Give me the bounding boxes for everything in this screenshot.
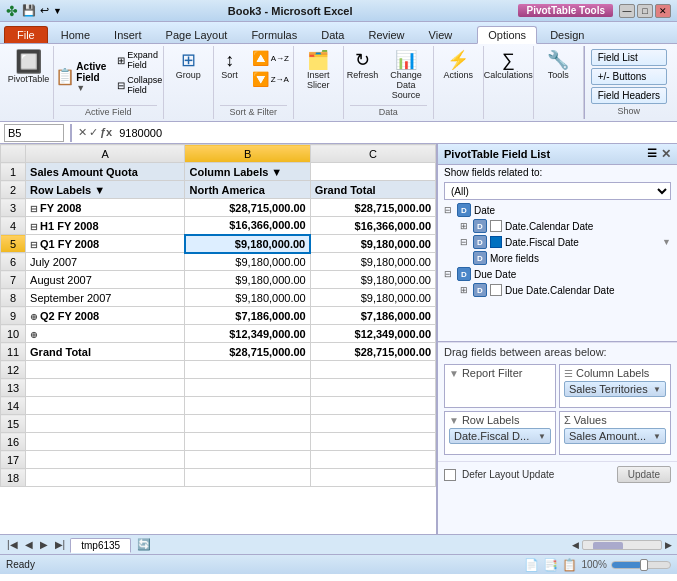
cell-b3[interactable]: $28,715,000.00 [185,199,310,217]
group-button[interactable]: ⊞ Group [171,48,206,83]
cell-a8[interactable]: September 2007 [26,289,185,307]
area-row-labels[interactable]: ▼ Row Labels Date.Fiscal D... ▼ [444,411,556,455]
cell-a9[interactable]: ⊕Q2 FY 2008 [26,307,185,325]
cell-c5[interactable]: $9,180,000.00 [310,235,435,253]
quick-access-dropdown[interactable]: ▼ [53,6,62,16]
cell-a13[interactable] [26,379,185,397]
change-data-source-button[interactable]: 📊 Change DataSource [381,48,431,103]
sheet-tab-add[interactable]: 🔄 [137,538,151,551]
area-column-labels[interactable]: ☰ Column Labels Sales Territories ▼ [559,364,671,408]
cell-b8[interactable]: $9,180,000.00 [185,289,310,307]
tab-home[interactable]: Home [50,26,101,43]
due-calendar-checkbox[interactable] [490,284,502,296]
cell-c14[interactable] [310,397,435,415]
date-expand-icon[interactable]: ⊟ [444,205,454,215]
cell-b15[interactable] [185,415,310,433]
active-field-dropdown-arrow[interactable]: ▼ [76,83,85,93]
cell-a17[interactable] [26,451,185,469]
cell-b17[interactable] [185,451,310,469]
tab-insert[interactable]: Insert [103,26,153,43]
cell-b2[interactable]: North America [185,181,310,199]
cell-c12[interactable] [310,361,435,379]
cell-a10[interactable]: ⊕ [26,325,185,343]
cell-c17[interactable] [310,451,435,469]
sheet-tab-tmp6135[interactable]: tmp6135 [70,538,131,553]
tab-view[interactable]: View [418,26,464,43]
cell-a14[interactable] [26,397,185,415]
field-item-fiscal-date[interactable]: ⊟ D Date.Fiscal Date ▼ [438,234,677,250]
expand-9[interactable]: ⊕ [30,312,38,322]
quick-access-save[interactable]: 💾 [22,4,36,17]
cell-a7[interactable]: August 2007 [26,271,185,289]
sheet-nav-last[interactable]: ▶| [52,539,69,550]
cell-a4[interactable]: ⊟H1 FY 2008 [26,217,185,235]
cell-b12[interactable] [185,361,310,379]
cell-c18[interactable] [310,469,435,487]
show-fields-dropdown[interactable]: (All) [444,182,671,200]
field-item-due-calendar[interactable]: ⊞ D Due Date.Calendar Date [438,282,677,298]
tab-formulas[interactable]: Formulas [240,26,308,43]
field-item-calendar-date[interactable]: ⊞ D Date.Calendar Date [438,218,677,234]
row-labels-chip[interactable]: Date.Fiscal D... ▼ [449,428,551,444]
expand-3[interactable]: ⊟ [30,204,38,214]
expand-4[interactable]: ⊟ [30,222,38,232]
cell-b9[interactable]: $7,186,000.00 [185,307,310,325]
cell-b11[interactable]: $28,715,000.00 [185,343,310,361]
cell-a16[interactable] [26,433,185,451]
view-page-break-icon[interactable]: 📋 [562,558,577,572]
close-button[interactable]: ✕ [655,4,671,18]
due-date-expand-icon[interactable]: ⊟ [444,269,454,279]
tools-button[interactable]: 🔧 Tools [542,48,574,83]
values-chip-arrow[interactable]: ▼ [653,432,661,441]
tab-data[interactable]: Data [310,26,355,43]
col-header-c[interactable]: C [310,145,435,163]
insert-function-icon[interactable]: ƒx [100,126,112,139]
col-header-b[interactable]: B [185,145,310,163]
cell-a3[interactable]: ⊟FY 2008 [26,199,185,217]
cell-c1[interactable] [310,163,435,181]
view-layout-icon[interactable]: 📑 [543,558,558,572]
field-item-more-fields[interactable]: D More fields [438,250,677,266]
calendar-date-checkbox[interactable] [490,220,502,232]
cell-a18[interactable] [26,469,185,487]
cell-b6[interactable]: $9,180,000.00 [185,253,310,271]
cell-a15[interactable] [26,415,185,433]
column-chip-arrow[interactable]: ▼ [653,385,661,394]
maximize-button[interactable]: □ [637,4,653,18]
formula-input[interactable] [116,124,673,142]
field-panel-close-icon[interactable]: ✕ [661,147,671,161]
column-labels-chip[interactable]: Sales Territories ▼ [564,381,666,397]
area-values[interactable]: Σ Values Sales Amount... ▼ [559,411,671,455]
tab-options[interactable]: Options [477,26,537,44]
cell-b18[interactable] [185,469,310,487]
cell-b13[interactable] [185,379,310,397]
tab-pagelayout[interactable]: Page Layout [155,26,239,43]
cell-c16[interactable] [310,433,435,451]
cell-b5[interactable]: $9,180,000.00 [185,235,310,253]
sort-button[interactable]: ↕ Sort [214,48,246,83]
minimize-button[interactable]: — [619,4,635,18]
zoom-slider-thumb[interactable] [640,559,648,571]
cell-b4[interactable]: $16,366,000.00 [185,217,310,235]
active-field-button[interactable]: 📋 Active Field ▼ [50,48,111,105]
confirm-formula-icon[interactable]: ✓ [89,126,98,139]
cell-b7[interactable]: $9,180,000.00 [185,271,310,289]
cell-a5[interactable]: ⊟Q1 FY 2008 [26,235,185,253]
area-report-filter[interactable]: ▼ Report Filter [444,364,556,408]
sort-az-button[interactable]: 🔼A→Z [248,48,293,68]
collapse-field-button[interactable]: ⊟Collapse Field [113,73,166,97]
refresh-button[interactable]: ↻ Refresh [346,48,380,83]
cell-reference-input[interactable] [4,124,64,142]
cell-b1[interactable]: Column Labels ▼ [185,163,310,181]
cell-b10[interactable]: $12,349,000.00 [185,325,310,343]
sort-za-button[interactable]: 🔽Z→A [248,69,293,89]
cell-c3[interactable]: $28,715,000.00 [310,199,435,217]
field-headers-button[interactable]: Field Headers [591,87,667,104]
zoom-slider[interactable] [611,561,671,569]
h-scroll-right[interactable]: ▶ [662,540,675,550]
cell-c7[interactable]: $9,180,000.00 [310,271,435,289]
cell-a12[interactable] [26,361,185,379]
cell-c11[interactable]: $28,715,000.00 [310,343,435,361]
cell-c8[interactable]: $9,180,000.00 [310,289,435,307]
expand-10[interactable]: ⊕ [30,330,38,340]
